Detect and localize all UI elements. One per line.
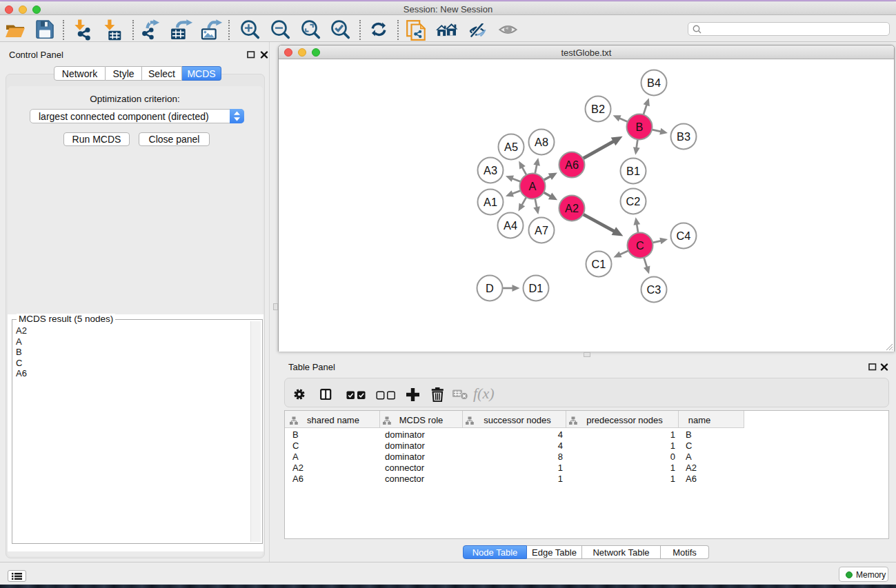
- svg-text:C4: C4: [677, 230, 691, 242]
- svg-text:A1: A1: [484, 196, 497, 208]
- svg-text:B2: B2: [591, 103, 605, 115]
- svg-text:C: C: [636, 239, 644, 252]
- svg-text:D1: D1: [529, 282, 544, 294]
- svg-text:A6: A6: [565, 159, 579, 171]
- svg-text:B3: B3: [677, 130, 690, 143]
- svg-text:B: B: [636, 121, 644, 133]
- svg-text:C2: C2: [626, 195, 641, 207]
- svg-text:C3: C3: [647, 283, 661, 296]
- svg-text:A: A: [529, 180, 537, 192]
- svg-text:A4: A4: [504, 219, 517, 232]
- svg-text:B1: B1: [626, 165, 640, 177]
- svg-text:D: D: [486, 282, 494, 294]
- svg-text:A5: A5: [504, 141, 518, 153]
- svg-text:B4: B4: [647, 77, 661, 89]
- svg-text:A8: A8: [535, 136, 548, 148]
- svg-text:A2: A2: [565, 202, 579, 214]
- svg-text:A7: A7: [535, 224, 548, 236]
- svg-text:C1: C1: [592, 258, 606, 270]
- svg-text:A3: A3: [484, 164, 497, 176]
